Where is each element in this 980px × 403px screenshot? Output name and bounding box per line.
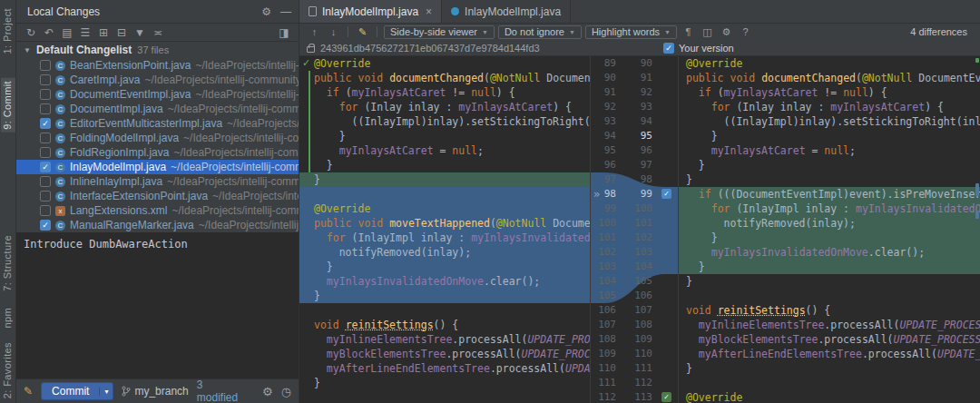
preview-diff-icon[interactable]: ◨: [275, 25, 293, 41]
file-checkbox[interactable]: [40, 205, 51, 216]
changelist-row[interactable]: ▼ Default Changelist 37 files: [16, 42, 299, 58]
file-checkbox[interactable]: [40, 147, 51, 158]
file-row[interactable]: CCaretImpl.java~/IdeaProjects/intellij-c…: [16, 73, 299, 87]
commit-footer: ✎ Commit ▾ my_branch 3 modified ⚙ ◷: [16, 379, 299, 403]
file-row[interactable]: CFoldingModelImpl.java~/IdeaProjects/int…: [16, 131, 299, 145]
gutter-row: 9495: [591, 129, 678, 143]
file-row[interactable]: ✓CInlayModelImpl.java~/IdeaProjects/inte…: [16, 160, 299, 174]
file-row[interactable]: CDocumentEventImpl.java~/IdeaProjects/in…: [16, 87, 299, 102]
error-stripe-mark[interactable]: [975, 211, 979, 219]
next-change-icon[interactable]: ↓: [326, 26, 341, 37]
code-line: myInlaysInvalidatedOnMove.clear();: [299, 274, 590, 289]
tool-window-button-favorites[interactable]: 2: Favorites: [1, 339, 15, 401]
file-row[interactable]: xLangExtensions.xml~/IdeaProjects/intell…: [16, 203, 299, 218]
file-checkbox[interactable]: ✓: [40, 220, 51, 231]
ignore-policy-dropdown[interactable]: Do not ignore ▼: [498, 25, 582, 39]
file-checkbox[interactable]: [40, 191, 51, 202]
diff-right-pane[interactable]: @Overridepublic void documentChanged(@No…: [679, 56, 980, 403]
file-row[interactable]: CInlineInlayImpl.java~/IdeaProjects/inte…: [16, 174, 299, 189]
expand-all-icon[interactable]: ⊞: [94, 25, 113, 41]
file-checkbox[interactable]: ✓: [40, 118, 51, 129]
file-checkbox[interactable]: [40, 103, 51, 114]
help-icon[interactable]: ?: [738, 26, 753, 37]
include-change-checkbox[interactable]: ✓: [662, 392, 671, 402]
file-checkbox[interactable]: [40, 60, 51, 71]
filter-icon[interactable]: ▼: [131, 25, 149, 41]
settings-gear-icon[interactable]: ⚙: [262, 385, 273, 398]
tool-window-button-commit[interactable]: 9: Commit: [1, 78, 15, 133]
group-by-icon[interactable]: ☰: [76, 25, 94, 41]
diff-toolbar: ↑ ↓ ✎ Side-by-side viewer ▼ Do not ignor…: [299, 24, 980, 40]
commit-button[interactable]: Commit: [42, 385, 99, 398]
commit-dropdown-button[interactable]: ▾: [99, 388, 113, 396]
differences-count: 4 differences: [910, 26, 973, 37]
close-icon[interactable]: ×: [426, 5, 432, 18]
file-row[interactable]: ✓CManualRangeMarker.java~/IdeaProjects/i…: [16, 218, 299, 232]
file-row[interactable]: ✓CEditorEventMulticasterImpl.java~/IdeaP…: [16, 116, 299, 131]
tool-window-button-project[interactable]: 1: Project: [1, 5, 15, 56]
left-line-number: 91: [593, 85, 616, 100]
file-row[interactable]: CDocumentImpl.java~/IdeaProjects/intelli…: [16, 102, 299, 116]
left-line-number: 93: [593, 114, 616, 129]
code-line: @Override: [679, 56, 980, 71]
refresh-icon[interactable]: ↻: [22, 25, 40, 41]
tool-window-button-structure[interactable]: 7: Structure: [1, 232, 15, 294]
history-clock-icon[interactable]: ◷: [281, 385, 291, 398]
edit-source-icon[interactable]: ✎: [355, 26, 370, 38]
file-row[interactable]: CInterfaceExtensionPoint.java~/IdeaProje…: [16, 189, 299, 203]
compare-icon[interactable]: ≍: [149, 25, 167, 41]
apply-change-icon[interactable]: »: [593, 187, 600, 202]
whitespace-icon[interactable]: ¶: [681, 26, 696, 37]
branch-widget[interactable]: my_branch: [122, 385, 188, 398]
gutter-row: 9192: [591, 85, 678, 100]
java-file-icon: C: [55, 133, 65, 143]
highlight-policy-dropdown[interactable]: Highlight words ▼: [585, 25, 677, 39]
tab-inlaymodelimpl-diff[interactable]: InlayModelImpl.java ×: [299, 0, 442, 23]
file-checkbox[interactable]: [40, 74, 51, 85]
tool-window-button-npm[interactable]: npm: [1, 305, 15, 331]
chevron-down-icon: ▼: [482, 29, 488, 35]
gutter-row: 9394: [591, 114, 678, 129]
file-checkbox[interactable]: [40, 176, 51, 187]
file-row[interactable]: CFoldRegionImpl.java~/IdeaProjects/intel…: [16, 145, 299, 160]
code-line: myInlineElementsTree.processAll(UPDATE_P…: [679, 318, 980, 332]
code-line: }: [299, 158, 590, 172]
code-line: [299, 303, 590, 318]
expander-icon[interactable]: ▼: [24, 46, 31, 54]
edit-message-icon[interactable]: ✎: [24, 385, 33, 398]
tab-inlaymodelimpl[interactable]: InlayModelImpl.java: [442, 0, 571, 23]
file-checkbox[interactable]: ✓: [40, 162, 51, 172]
code-line: }: [679, 172, 980, 187]
left-line-number: 95: [593, 143, 616, 158]
left-line-number: 100: [593, 216, 616, 231]
file-checkbox[interactable]: [40, 89, 51, 100]
java-file-icon: C: [55, 221, 65, 231]
code-line: }: [679, 231, 980, 245]
file-checkbox[interactable]: [40, 133, 51, 143]
gutter-row: 9596: [591, 143, 678, 158]
right-line-number: 93: [629, 100, 652, 114]
rollback-icon[interactable]: ↶: [40, 25, 58, 41]
file-row[interactable]: CBeanExtensionPoint.java~/IdeaProjects/i…: [16, 58, 299, 73]
hide-panel-icon[interactable]: —: [280, 5, 291, 18]
changelist-icon[interactable]: ▤: [58, 25, 76, 41]
commit-message-editor[interactable]: Introduce DumbAwareAction: [16, 232, 299, 379]
include-file-checkbox[interactable]: ✓: [663, 43, 674, 54]
previous-change-icon[interactable]: ↑: [307, 26, 322, 37]
code-line: [679, 289, 980, 303]
collapse-unchanged-icon[interactable]: ◫: [700, 26, 715, 38]
diff-settings-gear-icon[interactable]: ⚙: [719, 26, 734, 38]
error-stripe-mark[interactable]: [975, 183, 979, 196]
error-stripe-mark[interactable]: [975, 58, 979, 63]
gutter-row: 108109: [591, 332, 678, 347]
your-version-title: Your version: [679, 43, 980, 54]
viewer-mode-label: Side-by-side viewer: [390, 26, 477, 37]
diff-left-pane[interactable]: ✓ @Overridepublic void documentChanged(@…: [299, 56, 590, 403]
right-line-number: 92: [629, 85, 652, 100]
view-options-icon[interactable]: ⚙: [261, 5, 271, 18]
collapse-all-icon[interactable]: ⊟: [113, 25, 131, 41]
code-line: }: [299, 260, 590, 274]
viewer-mode-dropdown[interactable]: Side-by-side viewer ▼: [384, 25, 495, 39]
java-file-icon: C: [55, 104, 65, 114]
include-change-checkbox[interactable]: ✓: [662, 189, 671, 199]
